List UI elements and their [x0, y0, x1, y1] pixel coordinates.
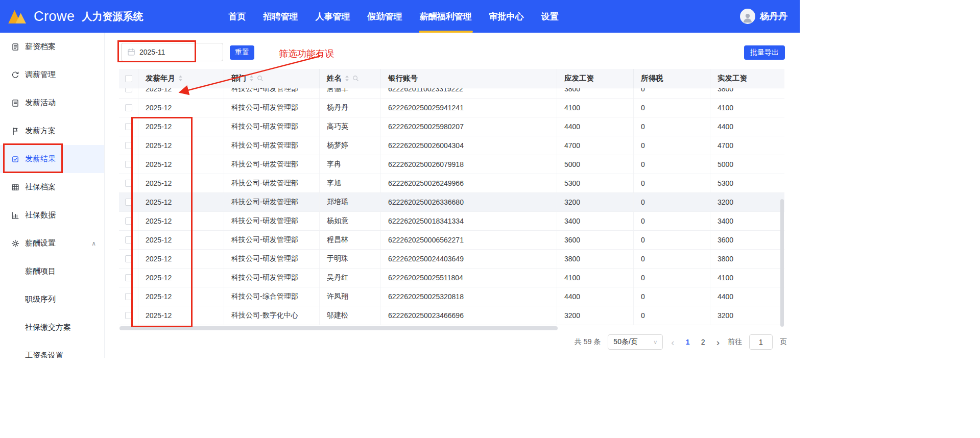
page-size-select[interactable]: 50条/页 ∨ [608, 334, 663, 350]
table-cell: 3200 [710, 306, 784, 325]
table-row[interactable]: 2025-12科技公司-研发管理部杨丹丹62226202500259412414… [119, 99, 784, 117]
sidebar-item[interactable]: 发薪活动 [0, 89, 104, 117]
row-checkbox[interactable] [125, 236, 132, 244]
brand[interactable]: Crowe 人力资源系统 [7, 9, 144, 25]
nav-item[interactable]: 薪酬福利管理 [411, 0, 481, 33]
prev-page-button[interactable]: ‹ [670, 337, 675, 347]
payday-result-icon [11, 155, 19, 163]
table-row[interactable]: 2025-12科技公司-研发管理部唐俪车62226201100233192223… [119, 88, 784, 99]
table-cell: 3600 [557, 231, 634, 249]
table-row[interactable]: 2025-12科技公司-数字化中心邬建松62226202500234666963… [119, 306, 784, 325]
crowe-logo-icon [7, 9, 29, 24]
sidebar-item[interactable]: 发薪方案 [0, 117, 104, 145]
table-cell: 2025-12 [138, 155, 224, 174]
table-cell: 2025-12 [138, 269, 224, 287]
select-all-checkbox[interactable] [125, 75, 132, 82]
sidebar-subitem[interactable]: 薪酬项目 [0, 257, 104, 285]
pay-month-date-input[interactable]: 2025-11 [121, 43, 223, 61]
table-cell: 2025-12 [138, 88, 224, 98]
table-row[interactable]: 2025-12科技公司-研发管理部程昌林62226202500065622713… [119, 231, 784, 250]
row-checkbox[interactable] [125, 180, 132, 187]
nav-item[interactable]: 设置 [533, 0, 567, 33]
nav-item[interactable]: 首页 [220, 0, 255, 33]
table-cell: 科技公司-研发管理部 [224, 212, 320, 230]
sidebar-item[interactable]: 发薪结果 [0, 145, 104, 173]
column-header[interactable]: 部门 [224, 69, 320, 88]
nav-item[interactable]: 审批中心 [481, 0, 533, 33]
table-cell: 3800 [557, 250, 634, 268]
table-row[interactable]: 2025-12科技公司-研发管理部李旭622262025002624996653… [119, 174, 784, 193]
table-row[interactable]: 2025-12科技公司-研发管理部李冉622262025002607991850… [119, 155, 784, 174]
row-checkbox[interactable] [125, 161, 132, 168]
table-row[interactable]: 2025-12科技公司-研发管理部郑培瑶62226202500263366803… [119, 193, 784, 212]
payday-plan-icon [11, 127, 19, 135]
table-row[interactable]: 2025-12科技公司-研发管理部高巧英62226202500259802074… [119, 117, 784, 136]
row-checkbox[interactable] [125, 104, 132, 111]
row-checkbox[interactable] [125, 255, 132, 262]
table-cell: 2025-12 [138, 231, 224, 249]
page-number-button[interactable]: 2 [698, 338, 708, 346]
row-checkbox[interactable] [125, 293, 132, 300]
user-name: 杨丹丹 [760, 10, 787, 22]
row-checkbox[interactable] [125, 199, 132, 206]
table-cell: 唐俪车 [320, 88, 381, 98]
goto-label: 前往 [728, 337, 742, 347]
table-cell: 5300 [710, 174, 784, 192]
search-icon[interactable] [352, 75, 359, 82]
nav-item[interactable]: 人事管理 [307, 0, 359, 33]
table-cell: 0 [634, 88, 710, 98]
column-header: 银行账号 [381, 69, 557, 88]
table-cell: 2025-12 [138, 99, 224, 117]
column-header[interactable]: 发薪年月 [138, 69, 224, 88]
row-checkbox[interactable] [125, 312, 132, 319]
table-cell: 3600 [710, 231, 784, 249]
row-checkbox[interactable] [125, 274, 132, 281]
reset-button[interactable]: 重置 [230, 45, 254, 60]
table-cell: 2025-12 [138, 174, 224, 192]
sort-icon[interactable] [345, 75, 349, 82]
horizontal-scrollbar[interactable] [119, 326, 558, 330]
sort-icon[interactable] [249, 75, 254, 82]
table-row[interactable]: 2025-12科技公司-研发管理部于明珠62226202500244036493… [119, 250, 784, 269]
sidebar-item[interactable]: 调薪管理 [0, 61, 104, 89]
sidebar-subitem[interactable]: 职级序列 [0, 285, 104, 313]
row-checkbox[interactable] [125, 142, 132, 149]
sort-icon[interactable] [178, 75, 183, 82]
search-icon[interactable] [257, 75, 264, 82]
batch-export-button[interactable]: 批量导出 [744, 45, 785, 60]
payday-activity-icon [11, 99, 19, 107]
table-cell: 2025-12 [138, 250, 224, 268]
table-cell: 0 [634, 155, 710, 174]
sidebar-item-label: 薪资档案 [25, 42, 56, 52]
row-checkbox[interactable] [125, 123, 132, 130]
table-cell: 科技公司-研发管理部 [224, 193, 320, 211]
vertical-scrollbar[interactable] [780, 199, 784, 327]
user-menu[interactable]: 杨丹丹 [740, 9, 787, 24]
table-cell: 3200 [557, 306, 634, 325]
sidebar-subitem[interactable]: 社保缴交方案 [0, 313, 104, 342]
sidebar-item[interactable]: 社保档案 [0, 173, 104, 201]
nav-item[interactable]: 假勤管理 [359, 0, 411, 33]
column-header: 应发工资 [557, 69, 634, 88]
goto-page-input[interactable]: 1 [749, 334, 773, 350]
column-header[interactable]: 姓名 [320, 69, 381, 88]
table-row[interactable]: 2025-12科技公司-研发管理部杨梦婷62226202500260043044… [119, 136, 784, 155]
table-cell: 许凤翔 [320, 287, 381, 306]
sidebar-item[interactable]: 社保数据 [0, 201, 104, 229]
table-row[interactable]: 2025-12科技公司-研发管理部杨如意62226202500183413343… [119, 212, 784, 231]
table-cell: 杨梦婷 [320, 136, 381, 155]
table-row[interactable]: 2025-12科技公司-研发管理部吴丹红62226202500255118044… [119, 269, 784, 287]
row-checkbox[interactable] [125, 217, 132, 225]
top-navbar: Crowe 人力资源系统 首页招聘管理人事管理假勤管理薪酬福利管理审批中心设置 … [0, 0, 800, 33]
table-cell: 科技公司-研发管理部 [224, 88, 320, 98]
sidebar-item[interactable]: 薪资档案 [0, 33, 104, 61]
next-page-button[interactable]: › [715, 337, 721, 347]
nav-item[interactable]: 招聘管理 [255, 0, 307, 33]
sidebar-subitem[interactable]: 工资条设置 [0, 342, 104, 358]
sidebar-item[interactable]: 薪酬设置∧ [0, 229, 104, 257]
row-checkbox[interactable] [125, 88, 132, 92]
page-number-button[interactable]: 1 [683, 338, 693, 346]
table-row[interactable]: 2025-12科技公司-综合管理部许凤翔62226202500253208184… [119, 287, 784, 306]
table-cell: 4700 [710, 136, 784, 155]
date-value: 2025-11 [139, 48, 165, 56]
